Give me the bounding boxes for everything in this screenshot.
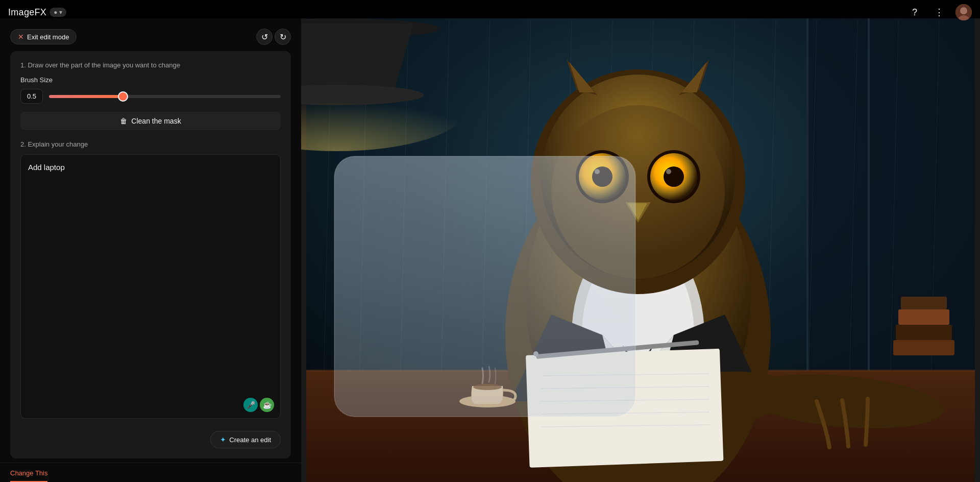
- topbar-left: ImageFX ● ▾: [8, 7, 66, 18]
- chip-icon: ●: [54, 9, 57, 16]
- microphone-icon: 🎤: [247, 401, 255, 409]
- topbar: ImageFX ● ▾ ? ⋮: [0, 0, 980, 25]
- create-edit-button[interactable]: ✦ Create an edit: [210, 431, 281, 448]
- image-icon: ☕: [263, 401, 272, 409]
- left-panel: ✕ Exit edit mode ↺ ↻ 1. Draw over the pa…: [0, 18, 301, 482]
- prompt-icons: 🎤 ☕: [243, 398, 274, 412]
- help-button[interactable]: ?: [906, 4, 923, 20]
- chip-dropdown-icon: ▾: [59, 9, 62, 16]
- brush-size-row: 0.5: [20, 89, 281, 104]
- step2-label: 2. Explain your change: [20, 140, 281, 148]
- redo-button[interactable]: ↻: [275, 29, 291, 45]
- topbar-right: ? ⋮: [906, 4, 972, 20]
- svg-rect-5: [868, 18, 870, 401]
- avatar[interactable]: [955, 4, 972, 20]
- microphone-button[interactable]: 🎤: [243, 398, 258, 412]
- brush-value-display: 0.5: [20, 89, 43, 104]
- app-chip[interactable]: ● ▾: [50, 8, 66, 17]
- help-icon: ?: [912, 7, 917, 18]
- exit-edit-mode-button[interactable]: ✕ Exit edit mode: [10, 29, 77, 44]
- more-icon: ⋮: [935, 7, 944, 18]
- undo-icon: ↺: [261, 32, 268, 42]
- edit-panel: 1. Draw over the part of the image you w…: [10, 51, 291, 459]
- prompt-text: Add laptop: [28, 163, 65, 172]
- trash-icon: 🗑: [120, 117, 127, 125]
- brush-size-label: Brush Size: [20, 76, 281, 84]
- svg-point-47: [666, 169, 671, 174]
- svg-rect-6: [806, 18, 808, 401]
- clean-mask-label: Clean the mask: [131, 117, 181, 125]
- tab-change-this-label: Change This: [10, 469, 47, 477]
- tab-change-this[interactable]: Change This: [10, 469, 47, 482]
- svg-rect-64: [334, 156, 635, 417]
- undo-button[interactable]: ↺: [256, 29, 273, 45]
- app-name: ImageFX: [8, 7, 46, 18]
- image-button[interactable]: ☕: [260, 398, 274, 412]
- brush-slider-container: [49, 90, 281, 103]
- step1-label: 1. Draw over the part of the image you w…: [20, 61, 281, 69]
- create-edit-label: Create an edit: [229, 436, 271, 444]
- svg-rect-62: [898, 309, 949, 325]
- svg-rect-63: [901, 297, 947, 309]
- undo-redo-controls: ↺ ↻: [256, 29, 291, 45]
- clean-mask-button[interactable]: 🗑 Clean the mask: [20, 112, 281, 130]
- svg-point-1: [960, 7, 967, 14]
- edit-mode-bar: ✕ Exit edit mode ↺ ↻: [0, 29, 301, 45]
- bottom-tabs: Change This: [0, 463, 301, 482]
- sparkle-icon: ✦: [220, 436, 226, 444]
- prompt-area[interactable]: Add laptop 🎤 ☕: [20, 154, 281, 419]
- image-area: [301, 18, 980, 482]
- owl-scene-svg: [301, 18, 980, 482]
- more-options-button[interactable]: ⋮: [931, 4, 947, 20]
- redo-icon: ↻: [280, 32, 286, 42]
- exit-edit-mode-label: Exit edit mode: [27, 33, 69, 41]
- svg-point-46: [664, 166, 684, 187]
- svg-rect-60: [893, 340, 954, 355]
- svg-rect-61: [896, 325, 952, 340]
- close-icon: ✕: [18, 33, 24, 41]
